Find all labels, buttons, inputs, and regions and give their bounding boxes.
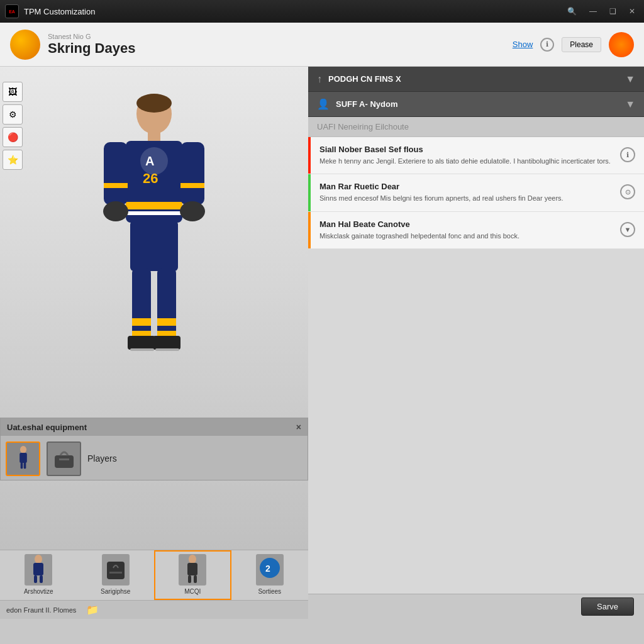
dropdown2-arrow: ▼ xyxy=(625,99,635,110)
equipment-content: Players xyxy=(1,436,308,481)
item-icon-1[interactable]: ⊙ xyxy=(620,184,635,199)
svg-rect-10 xyxy=(180,183,204,188)
section-header: UAFI Neneiring Eilchoute xyxy=(308,117,644,137)
dropdown-row-2[interactable]: 👤 SUFF A- Nydom ▼ xyxy=(308,92,644,117)
svg-rect-23 xyxy=(155,348,179,351)
side-icon-1[interactable]: 🖼 xyxy=(3,82,23,102)
section-header-label: UAFI Neneiring Eilchoute xyxy=(317,122,409,131)
equipment-thumb-bag[interactable] xyxy=(47,441,81,476)
color-bar-2 xyxy=(308,212,311,248)
svg-text:A: A xyxy=(145,154,154,168)
svg-point-11 xyxy=(103,201,128,221)
header-texts: Stanest Nio G Skring Dayes xyxy=(48,33,135,57)
tab-row: Arshovtize Sarigiphse xyxy=(0,550,308,600)
svg-rect-13 xyxy=(130,221,178,271)
item-content-1: Man Rar Ruetic Dear Sinns med encesof Mi… xyxy=(319,182,614,203)
item-title-2: Man Hal Beate Canotve xyxy=(319,219,614,229)
tab-arshovtize[interactable]: Arshovtize xyxy=(0,550,77,600)
left-panel: 🖼 ⚙ 🔴 ⭐ 26 xyxy=(0,67,308,619)
equipment-close-button[interactable]: × xyxy=(296,422,301,432)
svg-rect-20 xyxy=(128,336,155,350)
svg-rect-15 xyxy=(157,268,176,325)
svg-rect-19 xyxy=(157,326,176,331)
search-control[interactable]: 🔍 xyxy=(564,6,580,17)
svg-point-38 xyxy=(189,555,196,564)
item-desc-2: Miskclask gainate tograshedI helpedental… xyxy=(319,231,614,241)
color-bar-1 xyxy=(308,174,311,211)
svg-rect-21 xyxy=(153,336,180,350)
tab-sarigiphse[interactable]: Sarigiphse xyxy=(77,550,155,600)
tab-label-1: Sarigiphse xyxy=(101,588,130,595)
tab-label-3: Sortiees xyxy=(258,588,281,595)
minimize-button[interactable]: — xyxy=(586,6,601,17)
player-preview: 🖼 ⚙ 🔴 ⭐ 26 xyxy=(0,67,308,550)
item-desc-1: Sinns med encesof Mis belgni tes fiorum … xyxy=(319,194,614,203)
svg-rect-2 xyxy=(148,131,160,142)
main-content: 🖼 ⚙ 🔴 ⭐ 26 xyxy=(0,67,644,619)
header-right: Show ℹ Please xyxy=(513,32,634,57)
svg-rect-34 xyxy=(34,575,37,583)
header-subtitle: Stanest Nio G xyxy=(48,33,135,40)
close-button[interactable]: ✕ xyxy=(625,6,639,17)
tab-label-0: Arshovtize xyxy=(24,588,53,595)
svg-rect-5 xyxy=(126,202,182,209)
equipment-thumb-player[interactable] xyxy=(6,441,40,476)
side-icon-4[interactable]: ⭐ xyxy=(3,150,23,170)
restore-button[interactable]: ❑ xyxy=(606,6,620,17)
equipment-header: Uat.eshal equipment × xyxy=(1,418,308,436)
item-title-1: Man Rar Ruetic Dear xyxy=(319,182,614,191)
svg-rect-33 xyxy=(33,563,43,575)
svg-rect-8 xyxy=(180,142,204,205)
fox-icon xyxy=(609,32,634,57)
svg-point-1 xyxy=(136,94,172,113)
dropdown1-icon: ↑ xyxy=(317,74,322,85)
item-icon-2[interactable]: ▼ xyxy=(620,222,635,237)
svg-rect-14 xyxy=(132,268,151,325)
tab-sortiees[interactable]: 2 Sortiees xyxy=(231,550,309,600)
side-icons: 🖼 ⚙ 🔴 ⭐ xyxy=(0,79,25,172)
svg-rect-28 xyxy=(20,462,23,469)
tab-mcqi[interactable]: MCQI xyxy=(154,550,231,600)
svg-rect-40 xyxy=(188,575,191,583)
please-button[interactable]: Please xyxy=(562,37,601,52)
svg-rect-36 xyxy=(107,562,125,579)
equipment-header-label: Uat.eshal equipment xyxy=(7,423,87,432)
header-main-title: Skring Dayes xyxy=(48,40,135,57)
svg-rect-18 xyxy=(132,326,151,331)
right-panel: ↑ PODGH CN FINS X ▼ 👤 SUFF A- Nydom ▼ UA… xyxy=(308,67,644,619)
ea-logo: EA xyxy=(5,4,19,18)
item-content-0: Siall Nober Basel Sef flous Meke h tenny… xyxy=(319,145,614,166)
item-icon-0[interactable]: ℹ xyxy=(620,147,635,162)
item-desc-0: Meke h tenny anc Jengil. Exteriere to al… xyxy=(319,157,614,166)
show-link[interactable]: Show xyxy=(513,40,533,49)
svg-rect-27 xyxy=(19,453,27,463)
app-logo-icon xyxy=(10,30,40,60)
tab-thumb-3: 2 xyxy=(256,554,284,586)
player-figure: 26 xyxy=(85,73,223,400)
status-bar-left: edon Fraunt II. Plomes 📁 xyxy=(0,600,308,619)
titlebar: EA TPM Customization 🔍 — ❑ ✕ xyxy=(0,0,644,23)
side-icon-2[interactable]: ⚙ xyxy=(3,104,23,125)
list-item-0[interactable]: Siall Nober Basel Sef flous Meke h tenny… xyxy=(308,137,644,174)
side-icon-3[interactable]: 🔴 xyxy=(3,127,23,147)
list-item-2[interactable]: Man Hal Beate Canotve Miskclask gainate … xyxy=(308,212,644,249)
svg-rect-39 xyxy=(187,563,197,575)
header: Stanest Nio G Skring Dayes Show ℹ Please xyxy=(0,23,644,67)
bottom-bar: Sarve xyxy=(308,594,644,619)
app-title: TPM Customization xyxy=(24,7,558,16)
folder-icon[interactable]: 📁 xyxy=(86,604,99,616)
dropdown1-label: PODGH CN FINS X xyxy=(328,74,401,84)
dropdown2-label: SUFF A- Nydom xyxy=(336,99,397,109)
svg-rect-31 xyxy=(59,458,69,460)
list-item-1[interactable]: Man Rar Ruetic Dear Sinns med encesof Mi… xyxy=(308,174,644,211)
tab-thumb-1 xyxy=(102,554,130,586)
color-bar-0 xyxy=(308,137,311,174)
svg-rect-41 xyxy=(194,575,197,583)
bottom-tabs: Arshovtize Sarigiphse xyxy=(0,550,308,619)
status-text: edon Fraunt II. Plomes xyxy=(6,606,76,614)
dropdown1-arrow: ▼ xyxy=(625,74,635,85)
svg-rect-22 xyxy=(130,348,154,351)
save-button[interactable]: Sarve xyxy=(581,597,634,616)
info-button[interactable]: ℹ xyxy=(540,38,554,52)
dropdown-row-1[interactable]: ↑ PODGH CN FINS X ▼ xyxy=(308,67,644,92)
